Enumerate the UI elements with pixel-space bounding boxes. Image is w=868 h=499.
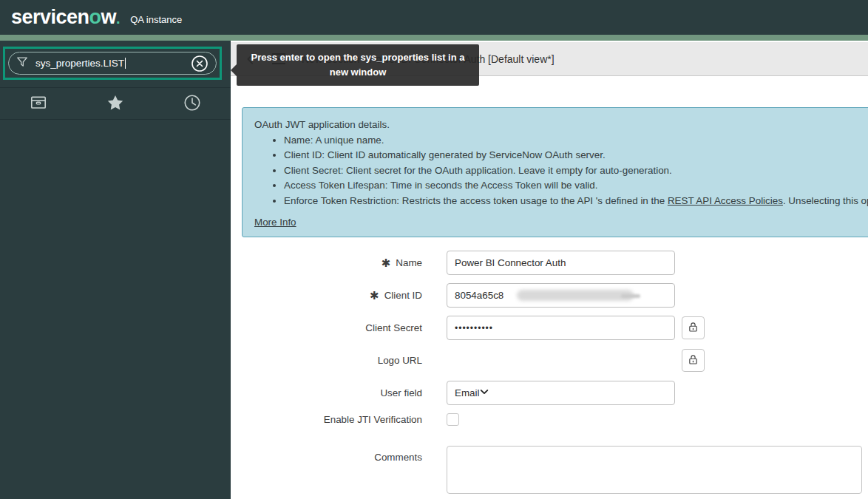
logo-url-row: Logo URL (231, 348, 705, 373)
tooltip-text: Press enter to open the sys_properties l… (251, 52, 465, 78)
info-bullet: Client ID: Client ID automatically gener… (284, 148, 868, 163)
user-field-row: User field Email (231, 381, 675, 405)
text-cursor (125, 58, 126, 69)
name-row: ✱ Name (231, 251, 675, 275)
lock-icon (687, 321, 699, 336)
clear-search-icon[interactable] (191, 55, 208, 72)
star-icon (106, 93, 125, 115)
name-label: ✱ Name (231, 257, 422, 268)
more-info-link[interactable]: More Info (254, 217, 296, 228)
logo-trademark-dot: . (116, 10, 120, 27)
info-bullet: Client Secret: Client secret for the OAu… (284, 163, 868, 179)
user-field-select[interactable]: Email (447, 381, 675, 405)
required-icon: ✱ (382, 257, 391, 268)
client-secret-field[interactable] (447, 316, 675, 340)
lock-icon (687, 353, 699, 368)
sidebar-tab-favorites[interactable] (77, 88, 154, 119)
info-bullet-list: Name: A unique name. Client ID: Client I… (254, 133, 868, 209)
search-focus-highlight: sys_properties.LIST (3, 47, 222, 80)
oauth-info-box: OAuth JWT application details. Name: A u… (242, 107, 868, 237)
search-input-value: sys_properties.LIST (35, 58, 124, 69)
info-bullet: Access Token Lifespan: Time in seconds t… (284, 178, 868, 194)
logo-url-empty-value (447, 348, 675, 373)
sidebar-tab-history[interactable] (154, 88, 231, 119)
logo-url-label: Logo URL (231, 355, 422, 366)
client-secret-row: Client Secret (231, 316, 705, 340)
client-secret-lock-button[interactable] (682, 316, 705, 339)
enable-jti-checkbox[interactable] (447, 413, 459, 426)
comments-field[interactable] (447, 446, 862, 494)
sidebar-tabs (0, 87, 231, 120)
logo-o-glyph: o (89, 6, 101, 28)
user-field-label: User field (231, 387, 422, 398)
chevron-down-icon (479, 387, 489, 399)
client-id-row: ✱ Client ID (231, 283, 675, 308)
required-icon: ✱ (370, 290, 379, 301)
name-field[interactable] (447, 251, 675, 275)
client-id-label: ✱ Client ID (231, 290, 422, 301)
filter-navigator-search-input[interactable]: sys_properties.LIST (8, 52, 217, 75)
user-field-selected-value: Email (455, 387, 479, 398)
info-bullet: Enforce Token Restriction: Restricts the… (284, 194, 868, 209)
jti-row: Enable JTI Verification (231, 413, 459, 426)
info-bullet-text: Enforce Token Restriction: Restricts the… (284, 195, 668, 206)
rest-api-access-policies-link[interactable]: REST API Access Policies (668, 195, 783, 206)
info-bullet: Name: A unique name. (284, 133, 868, 149)
header-accent-strip (0, 35, 868, 41)
sidebar-tab-all-applications[interactable] (0, 88, 77, 119)
filter-navigator-sidebar: sys_properties.LIST (0, 41, 231, 499)
servicenow-logo[interactable]: servicenow. (11, 7, 120, 27)
logo-text: servicen (11, 6, 89, 28)
logo-text-end: w (101, 6, 117, 28)
instance-label: QA instance (130, 10, 182, 25)
top-header: servicenow. QA instance (0, 0, 868, 35)
archive-icon (29, 93, 48, 115)
client-id-field[interactable] (447, 283, 675, 308)
info-bullet-text-end: . Unselecting this option (783, 195, 868, 206)
client-secret-label: Client Secret (231, 322, 422, 333)
info-intro: OAuth JWT application details. (254, 118, 868, 133)
servicenow-app: servicenow. QA instance sys_properties.L… (0, 0, 868, 499)
clock-icon (183, 93, 202, 115)
jti-label: Enable JTI Verification (231, 414, 422, 425)
comments-row: Comments (231, 446, 862, 494)
tooltip-arrow (231, 64, 237, 76)
logo-url-lock-button[interactable] (682, 349, 705, 372)
comments-label: Comments (231, 446, 422, 463)
filter-icon (16, 55, 29, 72)
tooltip: Press enter to open the sys_properties l… (237, 44, 479, 86)
